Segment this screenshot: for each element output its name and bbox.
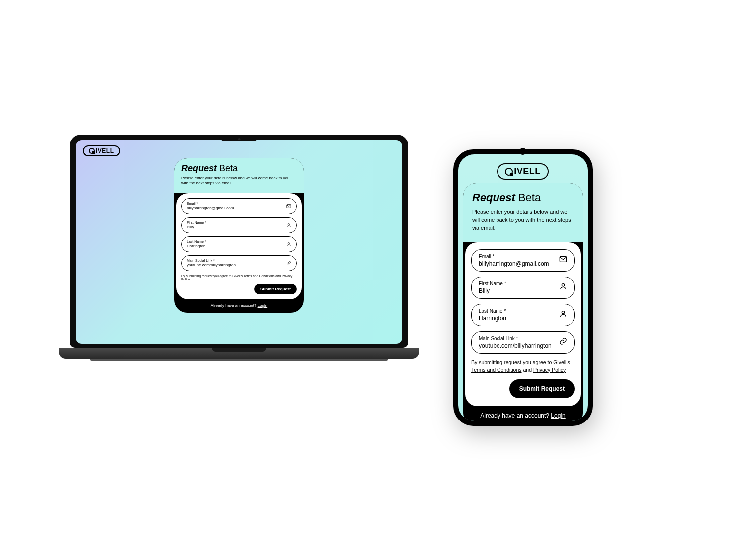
social-label: Main Social Link *	[187, 259, 286, 262]
last-name-field[interactable]: Last Name * Harrington	[471, 304, 575, 326]
mail-icon	[559, 255, 567, 265]
phone-mockup: IVELL Request Beta Please enter your det…	[453, 149, 593, 426]
phone-screen: IVELL Request Beta Please enter your det…	[458, 154, 588, 421]
terms-link[interactable]: Terms and Conditions	[244, 274, 275, 278]
link-icon	[286, 259, 291, 268]
card-body: Email * billyharrington@gmail.com First …	[465, 242, 581, 406]
card-title: Request Beta	[472, 191, 574, 204]
request-beta-card: Request Beta Please enter your details b…	[463, 183, 583, 421]
laptop-mockup: IVELL Request Beta Please enter your det…	[70, 135, 408, 361]
consent-text: By submitting request you agree to Givel…	[471, 359, 575, 373]
login-link[interactable]: Login	[258, 303, 268, 308]
user-icon	[286, 221, 291, 230]
first-name-label: First Name *	[479, 281, 559, 286]
email-label: Email *	[187, 202, 286, 205]
terms-link[interactable]: Terms and Conditions	[471, 367, 522, 373]
social-value: youtube.com/billyharrington	[187, 263, 286, 267]
last-name-value: Harrington	[479, 315, 559, 322]
email-value: billyharrington@gmail.com	[479, 260, 559, 267]
brand-logo: IVELL	[458, 163, 588, 180]
request-beta-card: Request Beta Please enter your details b…	[174, 158, 304, 313]
social-link-field[interactable]: Main Social Link * youtube.com/billyharr…	[181, 255, 297, 271]
mail-icon	[286, 202, 291, 211]
submit-button[interactable]: Submit Request	[509, 379, 575, 398]
first-name-label: First Name *	[187, 221, 286, 224]
last-name-value: Harrington	[187, 244, 286, 248]
privacy-link[interactable]: Privacy Policy	[533, 367, 566, 373]
last-name-field[interactable]: Last Name * Harrington	[181, 236, 297, 252]
social-value: youtube.com/billyharrington	[479, 342, 559, 349]
last-name-label: Last Name *	[187, 240, 286, 243]
email-field[interactable]: Email * billyharrington@gmail.com	[181, 198, 297, 214]
card-title: Request Beta	[181, 163, 297, 174]
user-icon	[559, 282, 567, 292]
consent-text: By submitting request you agree to Givel…	[181, 274, 297, 281]
card-footer: Already have an account? Login	[174, 299, 304, 313]
login-link[interactable]: Login	[551, 412, 565, 419]
card-subtitle: Please enter your details below and we w…	[181, 176, 297, 186]
user-icon	[286, 240, 291, 249]
card-subtitle: Please enter your details below and we w…	[472, 208, 574, 232]
first-name-value: Billy	[187, 225, 286, 229]
card-header: Request Beta Please enter your details b…	[463, 183, 583, 242]
social-link-field[interactable]: Main Social Link * youtube.com/billyharr…	[471, 331, 575, 354]
submit-button[interactable]: Submit Request	[254, 284, 297, 294]
brand-logo: IVELL	[83, 145, 120, 156]
first-name-field[interactable]: First Name * Billy	[181, 217, 297, 233]
first-name-field[interactable]: First Name * Billy	[471, 277, 575, 299]
user-icon	[559, 310, 567, 320]
first-name-value: Billy	[479, 287, 559, 294]
email-value: billyharrington@gmail.com	[187, 206, 286, 210]
link-icon	[559, 337, 567, 347]
card-header: Request Beta Please enter your details b…	[174, 158, 304, 193]
social-label: Main Social Link *	[479, 336, 559, 341]
last-name-label: Last Name *	[479, 308, 559, 314]
card-footer: Already have an account? Login	[463, 406, 583, 421]
card-body: Email * billyharrington@gmail.com First …	[176, 193, 302, 299]
email-field[interactable]: Email * billyharrington@gmail.com	[471, 249, 575, 272]
email-label: Email *	[479, 254, 559, 259]
laptop-screen: IVELL Request Beta Please enter your det…	[76, 140, 402, 344]
